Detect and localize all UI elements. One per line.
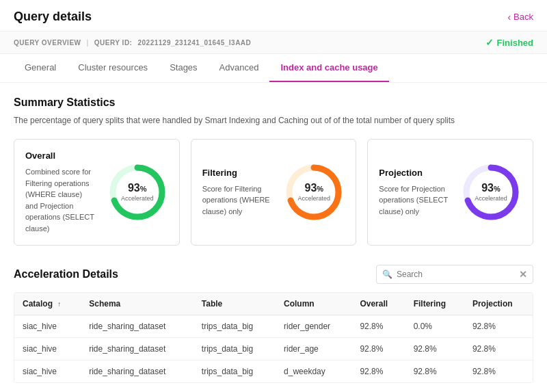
- card-overall-title: Overall: [25, 151, 96, 161]
- donut-projection-label: 93% Accelerated: [475, 183, 507, 202]
- acceleration-header: Acceleration Details 🔍 ✕: [14, 265, 533, 284]
- col-header-column: Column: [276, 293, 351, 315]
- cell-projection: 92.8%: [464, 338, 533, 361]
- card-filtering-text: Filtering Score for Filtering operations…: [202, 168, 273, 218]
- cell-overall: 92.8%: [351, 361, 405, 383]
- donut-filtering-pct: 93%: [298, 183, 331, 194]
- donut-overall-label: 93% Accelerated: [121, 183, 154, 202]
- donut-filtering: 93% Accelerated: [283, 161, 345, 223]
- query-overview-label: QUERY OVERVIEW: [14, 39, 81, 47]
- cell-overall: 92.8%: [351, 338, 405, 361]
- cell-filtering: 92.8%: [405, 338, 464, 361]
- donut-filtering-label: 93% Accelerated: [298, 183, 331, 202]
- col-header-filtering: Filtering: [405, 293, 464, 315]
- tabs-nav: General Cluster resources Stages Advance…: [0, 54, 547, 83]
- search-icon: 🔍: [382, 270, 392, 279]
- search-input[interactable]: [397, 270, 515, 279]
- cell-catalog: siac_hive: [14, 361, 81, 383]
- card-overall: Overall Combined score for Filtering ope…: [14, 139, 180, 246]
- sub-header: QUERY OVERVIEW | QUERY ID: 20221129_2312…: [0, 31, 547, 54]
- card-projection-desc: Score for Projection operations (SELECT …: [379, 183, 449, 218]
- status-badge: ✓ Finished: [485, 37, 533, 48]
- card-filtering: Filtering Score for Filtering operations…: [191, 139, 357, 246]
- sort-icon-catalog: ↑: [57, 300, 61, 308]
- cell-filtering: 92.8%: [405, 361, 464, 383]
- back-chevron-icon: ‹: [507, 12, 511, 23]
- donut-projection-sub: Accelerated: [475, 195, 507, 202]
- back-button[interactable]: ‹ Back: [507, 12, 533, 23]
- tab-index[interactable]: Index and cache usage: [269, 54, 388, 82]
- meta-separator: |: [87, 39, 89, 47]
- col-header-projection: Projection: [464, 293, 533, 315]
- table-row: siac_hiveride_sharing_datasettrips_data_…: [14, 315, 533, 338]
- tab-cluster[interactable]: Cluster resources: [67, 54, 159, 82]
- col-header-overall: Overall: [351, 293, 405, 315]
- cell-column: rider_age: [276, 338, 351, 361]
- summary-title: Summary Statistics: [14, 96, 533, 109]
- page-title: Query details: [14, 10, 92, 24]
- status-label: Finished: [497, 38, 533, 48]
- cell-column: d_weekday: [276, 361, 351, 383]
- cell-catalog: siac_hive: [14, 315, 81, 338]
- summary-description: The percentage of query splits that were…: [14, 114, 533, 127]
- acceleration-title: Acceleration Details: [14, 268, 118, 280]
- tab-stages[interactable]: Stages: [159, 54, 208, 82]
- cell-schema: ride_sharing_dataset: [81, 338, 194, 361]
- search-box[interactable]: 🔍 ✕: [376, 265, 533, 284]
- search-clear-icon[interactable]: ✕: [519, 269, 527, 280]
- cell-overall: 92.8%: [351, 315, 405, 338]
- tab-advanced[interactable]: Advanced: [209, 54, 270, 82]
- col-header-catalog[interactable]: Catalog ↑: [14, 293, 81, 315]
- card-projection-title: Projection: [379, 168, 449, 178]
- card-overall-text: Overall Combined score for Filtering ope…: [25, 151, 96, 234]
- tab-general[interactable]: General: [14, 54, 67, 82]
- summary-section: Summary Statistics The percentage of que…: [14, 96, 533, 127]
- card-projection: Projection Score for Projection operatio…: [367, 139, 533, 246]
- cell-table: trips_data_big: [194, 338, 276, 361]
- page-header: Query details ‹ Back: [0, 0, 547, 31]
- donut-overall: 93% Accelerated: [107, 161, 168, 223]
- card-projection-text: Projection Score for Projection operatio…: [379, 168, 449, 218]
- col-header-table: Table: [194, 293, 276, 315]
- donut-projection-pct: 93%: [475, 183, 507, 194]
- query-id-value: 20221129_231241_01645_i3aad: [137, 39, 251, 47]
- back-label: Back: [513, 12, 533, 22]
- donut-overall-sub: Accelerated: [121, 195, 154, 202]
- card-overall-desc: Combined score for Filtering operations …: [25, 166, 96, 234]
- table-row: siac_hiveride_sharing_datasettrips_data_…: [14, 338, 533, 361]
- acceleration-table-wrap: Catalog ↑ Schema Table Column Overall Fi…: [14, 292, 533, 383]
- main-content: Summary Statistics The percentage of que…: [0, 83, 547, 392]
- cell-catalog: siac_hive: [14, 338, 81, 361]
- query-id-label: QUERY ID:: [94, 39, 133, 47]
- donut-overall-pct: 93%: [121, 183, 154, 194]
- table-header-row: Catalog ↑ Schema Table Column Overall Fi…: [14, 293, 533, 315]
- cell-table: trips_data_big: [194, 315, 276, 338]
- col-header-schema: Schema: [81, 293, 194, 315]
- query-meta: QUERY OVERVIEW | QUERY ID: 20221129_2312…: [14, 39, 251, 47]
- cell-filtering: 0.0%: [405, 315, 464, 338]
- donut-projection: 93% Accelerated: [460, 161, 522, 223]
- cell-projection: 92.8%: [464, 315, 533, 338]
- cards-row: Overall Combined score for Filtering ope…: [14, 139, 533, 246]
- cell-table: trips_data_big: [194, 361, 276, 383]
- table-row: siac_hiveride_sharing_datasettrips_data_…: [14, 361, 533, 383]
- cell-column: rider_gender: [276, 315, 351, 338]
- cell-schema: ride_sharing_dataset: [81, 315, 194, 338]
- card-filtering-desc: Score for Filtering operations (WHERE cl…: [202, 183, 273, 218]
- cell-projection: 92.8%: [464, 361, 533, 383]
- check-icon: ✓: [485, 37, 494, 48]
- acceleration-table: Catalog ↑ Schema Table Column Overall Fi…: [14, 293, 533, 382]
- donut-filtering-sub: Accelerated: [298, 195, 331, 202]
- cell-schema: ride_sharing_dataset: [81, 361, 194, 383]
- card-filtering-title: Filtering: [202, 168, 273, 178]
